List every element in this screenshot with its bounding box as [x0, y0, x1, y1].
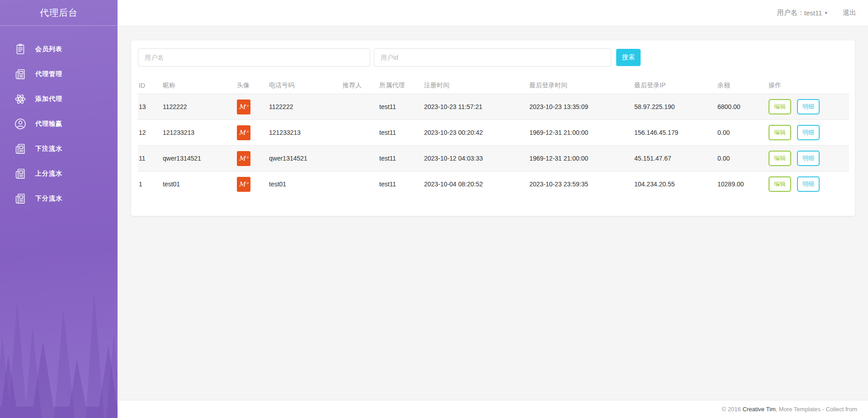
col-header-nickname: 昵称 [162, 78, 236, 94]
cell-balance: 6800.00 [717, 94, 768, 120]
cell-nickname: test01 [162, 171, 236, 197]
cell-nickname: 1122222 [162, 94, 236, 120]
cell-last-login-ip: 104.234.20.55 [633, 171, 717, 197]
detail-button[interactable]: 明细 [797, 151, 820, 166]
sidebar-item-label: 上分流水 [35, 170, 62, 178]
cell-nickname: 121233213 [162, 120, 236, 146]
cell-last-login-time: 1969-12-31 21:00:00 [528, 146, 633, 171]
cell-id: 12 [138, 120, 162, 146]
table-row: 12 121233213 M⁺ 121233213 test11 2023-10… [138, 120, 849, 146]
top-bar: 用户名： test11 ▾ 退出 [118, 0, 868, 26]
newspaper-icon [14, 192, 27, 205]
col-header-balance: 余额 [717, 78, 768, 94]
username-value: test11 [804, 9, 822, 17]
cell-reg-time: 2023-10-04 08:20:52 [423, 171, 528, 197]
avatar: M⁺ [237, 125, 250, 140]
detail-button[interactable]: 明细 [797, 125, 820, 140]
sidebar-item-agent-winloss[interactable]: 代理输赢 [0, 111, 118, 136]
cell-agent: test11 [378, 120, 423, 146]
table-row: 11 qwer1314521 M⁺ qwer1314521 test11 202… [138, 146, 849, 171]
avatar: M⁺ [237, 100, 250, 114]
footer-rest-text: , More Templates - Collect from [776, 406, 857, 413]
col-header-reg-time: 注册时间 [423, 78, 528, 94]
edit-button[interactable]: 编辑 [769, 176, 791, 192]
newspaper-icon [14, 67, 27, 81]
search-bar: 搜索 [138, 48, 848, 66]
sidebar: 代理后台 会员列表 [0, 0, 118, 418]
col-header-last-login-ip: 最后登录IP [633, 78, 717, 94]
sidebar-nav: 会员列表 代理管理 [0, 26, 118, 211]
cell-last-login-time: 1969-12-31 21:00:00 [528, 120, 633, 146]
sidebar-item-member-list[interactable]: 会员列表 [0, 37, 118, 62]
cell-last-login-ip: 58.97.225.190 [633, 94, 717, 120]
cell-agent: test11 [378, 94, 423, 120]
sidebar-item-label: 代理输赢 [35, 120, 62, 128]
sidebar-item-label: 下分流水 [35, 195, 62, 203]
sidebar-item-agent-management[interactable]: 代理管理 [0, 62, 118, 86]
sidebar-item-label: 添加代理 [35, 95, 62, 103]
username-label: 用户名： [777, 9, 804, 17]
col-header-phone: 电话号码 [268, 78, 342, 94]
search-button[interactable]: 搜索 [616, 49, 641, 66]
cell-agent: test11 [378, 146, 423, 171]
creative-tim-link[interactable]: Creative Tim [743, 406, 776, 413]
clipboard-icon [14, 43, 27, 56]
table-row: 1 test01 M⁺ test01 test11 2023-10-04 08:… [138, 171, 849, 197]
cell-referrer [342, 171, 378, 197]
userid-input[interactable] [374, 48, 611, 66]
cell-phone: 1122222 [268, 94, 342, 120]
cell-reg-time: 2023-10-23 00:20:42 [423, 120, 528, 146]
edit-button[interactable]: 编辑 [769, 151, 791, 166]
col-header-avatar: 头像 [236, 78, 268, 94]
sidebar-item-bet-records[interactable]: 下注流水 [0, 136, 118, 161]
col-header-id: ID [138, 78, 162, 94]
sidebar-item-label: 代理管理 [35, 70, 62, 78]
cell-reg-time: 2023-10-23 11:57:21 [423, 94, 528, 120]
sidebar-item-deposit-records[interactable]: 上分流水 [0, 161, 118, 186]
logout-button[interactable]: 退出 [843, 9, 856, 17]
edit-button[interactable]: 编辑 [769, 99, 791, 114]
cell-last-login-ip: 45.151.47.67 [633, 146, 717, 171]
newspaper-icon [14, 167, 27, 180]
avatar: M⁺ [237, 151, 250, 166]
app-title: 代理后台 [0, 0, 118, 26]
copyright-text: © 2016 [722, 406, 741, 413]
cell-phone: test01 [268, 171, 342, 197]
cell-nickname: qwer1314521 [162, 146, 236, 171]
col-header-last-login-time: 最后登录时间 [528, 78, 633, 94]
detail-button[interactable]: 明细 [797, 176, 820, 192]
col-header-agent: 所属代理 [378, 78, 423, 94]
cell-id: 1 [138, 171, 162, 197]
cell-reg-time: 2023-10-12 04:03:33 [423, 146, 528, 171]
table-row: 13 1122222 M⁺ 1122222 test11 2023-10-23 … [138, 94, 849, 120]
caret-down-icon: ▾ [825, 10, 827, 16]
cell-balance: 0.00 [717, 120, 768, 146]
newspaper-icon [14, 142, 27, 156]
footer: © 2016 Creative Tim , More Templates - C… [118, 400, 868, 418]
cell-id: 11 [138, 146, 162, 171]
cell-last-login-ip: 156.146.45.179 [633, 120, 717, 146]
cell-phone: 121233213 [268, 120, 342, 146]
cell-referrer [342, 94, 378, 120]
edit-button[interactable]: 编辑 [769, 125, 791, 140]
user-dropdown[interactable]: 用户名： test11 ▾ [777, 9, 827, 17]
cell-id: 13 [138, 94, 162, 120]
sidebar-item-label: 会员列表 [35, 45, 62, 53]
cell-balance: 0.00 [717, 146, 768, 171]
sidebar-item-add-agent[interactable]: 添加代理 [0, 86, 118, 111]
table-header-row: ID 昵称 头像 电话号码 推荐人 所属代理 注册时间 最后登录时间 最后登录I… [138, 78, 849, 94]
username-input[interactable] [138, 48, 370, 66]
cell-referrer [342, 146, 378, 171]
avatar: M⁺ [237, 177, 250, 192]
cell-balance: 10289.00 [717, 171, 768, 197]
cell-phone: qwer1314521 [268, 146, 342, 171]
col-header-actions: 操作 [768, 78, 849, 94]
detail-button[interactable]: 明细 [797, 99, 820, 114]
sidebar-item-withdraw-records[interactable]: 下分流水 [0, 186, 118, 211]
col-header-referrer: 推荐人 [342, 78, 378, 94]
cell-last-login-time: 2023-10-23 13:35:09 [528, 94, 633, 120]
cell-referrer [342, 120, 378, 146]
cell-agent: test11 [378, 171, 423, 197]
main-content: 搜索 ID 昵称 头像 电话号码 推荐人 所属代理 注册时间 最后登录时间 最后… [118, 26, 868, 400]
atom-icon [14, 92, 27, 106]
